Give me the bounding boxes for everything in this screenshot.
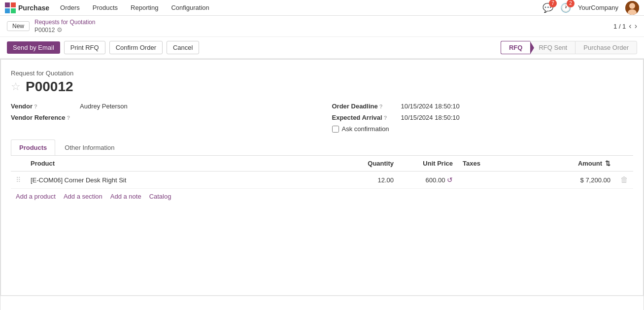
breadcrumb-current: P00012 ⚙ <box>34 26 95 34</box>
settings-icon[interactable]: ⚙ <box>57 26 63 34</box>
unit-price-cell[interactable]: 600.00 ↺ <box>399 172 458 189</box>
company-name[interactable]: YourCompany <box>578 4 618 11</box>
ask-confirmation-checkbox[interactable] <box>332 126 339 133</box>
taxes-col-header: Taxes <box>458 156 556 172</box>
quantity-cell[interactable]: 12.00 <box>349 172 399 189</box>
next-page-button[interactable]: › <box>635 22 637 31</box>
svg-rect-0 <box>5 2 10 7</box>
delete-cell[interactable]: 🗑 <box>615 172 633 189</box>
vendor-ref-label: Vendor Reference ? <box>11 114 80 121</box>
cancel-button[interactable]: Cancel <box>167 41 199 54</box>
nav-purchase-label: Purchase <box>18 4 49 12</box>
expected-arrival-field-row: Expected Arrival ? 10/15/2024 18:50:10 <box>332 114 634 121</box>
expected-arrival-help-icon: ? <box>384 115 387 121</box>
breadcrumb-link[interactable]: Requests for Quotation <box>34 19 95 26</box>
form-section: Vendor ? Audrey Peterson Vendor Referenc… <box>11 103 633 133</box>
delete-row-icon[interactable]: 🗑 <box>620 175 628 184</box>
favorite-icon[interactable]: ☆ <box>11 80 21 93</box>
order-deadline-value[interactable]: 10/15/2024 18:50:10 <box>401 103 460 110</box>
catalog-link[interactable]: Catalog <box>149 193 171 200</box>
user-avatar[interactable] <box>625 1 639 15</box>
action-col-header <box>615 156 633 172</box>
add-note-link[interactable]: Add a note <box>110 193 141 200</box>
taxes-cell[interactable] <box>458 172 556 189</box>
right-fields: Order Deadline ? 10/15/2024 18:50:10 Exp… <box>332 103 634 133</box>
expected-arrival-label: Expected Arrival ? <box>332 114 401 121</box>
unit-price-col-header: Unit Price <box>399 156 458 172</box>
clock-count: 2 <box>567 0 575 7</box>
doc-title-row: ☆ P00012 <box>11 79 633 95</box>
main-card: Request for Quotation ☆ P00012 Vendor ? … <box>0 59 644 310</box>
amount-cell: $ 7,200.00 <box>556 172 615 189</box>
product-cell[interactable]: [E-COM06] Corner Desk Right Sit <box>26 172 349 189</box>
nav-logo[interactable]: Purchase <box>5 2 49 13</box>
reset-price-icon[interactable]: ↺ <box>447 176 453 184</box>
top-nav: Purchase Orders Products Reporting Confi… <box>0 0 644 16</box>
pagination: 1 / 1 ‹ › <box>613 22 637 31</box>
vendor-label: Vendor ? <box>11 103 80 110</box>
tabs: Products Other Information <box>11 139 633 156</box>
svg-point-5 <box>629 3 635 9</box>
action-bar: Send by Email Print RFQ Confirm Order Ca… <box>0 37 644 59</box>
nav-right: 💬 7 🕐 2 YourCompany <box>542 1 639 15</box>
vendor-ref-field-row: Vendor Reference ? <box>11 114 312 121</box>
nav-configuration[interactable]: Configuration <box>169 4 211 11</box>
nav-orders[interactable]: Orders <box>58 4 82 11</box>
vendor-field-row: Vendor ? Audrey Peterson <box>11 103 312 110</box>
product-col-header: Product <box>26 156 349 172</box>
ask-confirmation-label[interactable]: Ask confirmation <box>342 125 389 133</box>
status-purchase-order[interactable]: Purchase Order <box>575 41 637 54</box>
drag-col-header <box>11 156 26 172</box>
vendor-value[interactable]: Audrey Peterson <box>80 103 128 110</box>
products-table: Product Quantity Unit Price Taxes <box>11 156 633 189</box>
page-indicator: 1 / 1 <box>613 23 626 30</box>
tab-products[interactable]: Products <box>11 139 55 155</box>
messages-button[interactable]: 💬 7 <box>542 2 553 13</box>
status-rfq-sent[interactable]: RFQ Sent <box>530 41 575 54</box>
print-rfq-button[interactable]: Print RFQ <box>64 41 105 54</box>
nav-reporting[interactable]: Reporting <box>129 4 160 11</box>
doc-number: P00012 <box>26 79 73 95</box>
footer-totals: Untaxed Amount: $ 7,200.00 Total: $ 7,20… <box>520 306 634 310</box>
amount-sort-icon[interactable]: ⇅ <box>605 160 610 167</box>
confirm-order-button[interactable]: Confirm Order <box>109 41 163 54</box>
table-row: ⠿ [E-COM06] Corner Desk Right Sit 12.00 … <box>11 172 633 189</box>
expected-arrival-value[interactable]: 10/15/2024 18:50:10 <box>401 114 460 121</box>
main-content: Request for Quotation ☆ P00012 Vendor ? … <box>0 59 644 296</box>
prev-page-button[interactable]: ‹ <box>629 22 631 31</box>
svg-rect-1 <box>11 2 16 7</box>
add-product-link[interactable]: Add a product <box>16 193 56 200</box>
status-bar: RFQ RFQ Sent Purchase Order <box>501 41 637 54</box>
drag-handle[interactable]: ⠿ <box>11 172 26 189</box>
svg-rect-2 <box>5 8 10 13</box>
send-email-button[interactable]: Send by Email <box>7 41 60 54</box>
left-fields: Vendor ? Audrey Peterson Vendor Referenc… <box>11 103 312 133</box>
order-deadline-label: Order Deadline ? <box>332 103 401 110</box>
order-deadline-help-icon: ? <box>379 103 383 109</box>
title-bar: New Requests for Quotation P00012 ⚙ 1 / … <box>0 16 644 37</box>
add-section-link[interactable]: Add a section <box>64 193 102 200</box>
add-links: Add a product Add a section Add a note C… <box>11 189 633 204</box>
status-rfq[interactable]: RFQ <box>501 41 530 54</box>
nav-products[interactable]: Products <box>91 4 120 11</box>
message-count: 7 <box>549 0 557 7</box>
tab-other-information[interactable]: Other Information <box>56 139 123 155</box>
quantity-col-header: Quantity <box>349 156 399 172</box>
form-footer: Define your terms and conditions ... Unt… <box>0 296 644 310</box>
doc-type-label: Request for Quotation <box>11 69 633 77</box>
terms-field[interactable]: Define your terms and conditions ... <box>10 306 111 310</box>
svg-rect-3 <box>11 8 16 13</box>
current-doc-id: P00012 <box>34 27 55 34</box>
vendor-ref-help-icon: ? <box>67 115 70 121</box>
clock-button[interactable]: 🕐 2 <box>560 2 571 13</box>
new-button[interactable]: New <box>7 21 30 31</box>
vendor-help-icon: ? <box>34 103 37 109</box>
order-deadline-field-row: Order Deadline ? 10/15/2024 18:50:10 <box>332 103 634 110</box>
amount-col-header: Amount ⇅ <box>556 156 615 172</box>
ask-confirmation-row: Ask confirmation <box>332 125 634 133</box>
